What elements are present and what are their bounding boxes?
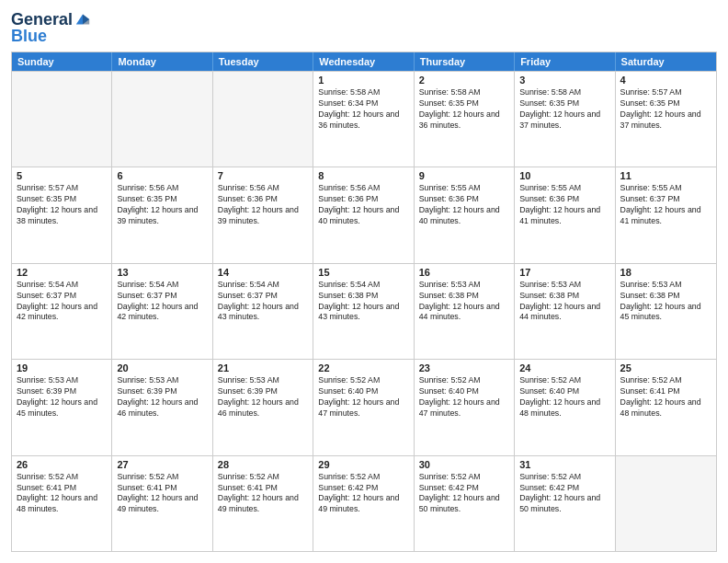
calendar-cell: 15Sunrise: 5:54 AMSunset: 6:38 PMDayligh… <box>313 264 414 359</box>
day-info: Sunrise: 5:53 AMSunset: 6:38 PMDaylight:… <box>419 280 509 324</box>
calendar-cell <box>112 72 212 167</box>
day-number: 21 <box>218 362 308 373</box>
calendar-cell: 23Sunrise: 5:52 AMSunset: 6:40 PMDayligh… <box>415 360 515 454</box>
day-number: 23 <box>419 362 509 373</box>
logo-blue: Blue <box>11 28 47 44</box>
day-info: Sunrise: 5:54 AMSunset: 6:37 PMDaylight:… <box>117 280 207 324</box>
page: General Blue SundayMondayTuesdayWednesda… <box>0 0 728 563</box>
day-number: 10 <box>519 170 609 181</box>
calendar-cell: 21Sunrise: 5:53 AMSunset: 6:39 PMDayligh… <box>213 360 313 454</box>
day-number: 16 <box>419 267 509 278</box>
day-info: Sunrise: 5:53 AMSunset: 6:38 PMDaylight:… <box>620 280 711 324</box>
calendar-row-1: 1Sunrise: 5:58 AMSunset: 6:34 PMDaylight… <box>12 71 716 167</box>
day-number: 14 <box>218 267 308 278</box>
calendar-cell: 3Sunrise: 5:58 AMSunset: 6:35 PMDaylight… <box>515 72 615 167</box>
calendar-cell: 9Sunrise: 5:55 AMSunset: 6:36 PMDaylight… <box>415 167 515 262</box>
day-info: Sunrise: 5:52 AMSunset: 6:40 PMDaylight:… <box>419 375 509 419</box>
calendar-cell: 5Sunrise: 5:57 AMSunset: 6:35 PMDaylight… <box>12 167 112 262</box>
day-info: Sunrise: 5:56 AMSunset: 6:36 PMDaylight:… <box>318 183 408 227</box>
day-info: Sunrise: 5:53 AMSunset: 6:39 PMDaylight:… <box>17 375 107 419</box>
calendar-cell <box>616 456 716 551</box>
header-day-thursday: Thursday <box>415 52 515 71</box>
day-info: Sunrise: 5:55 AMSunset: 6:37 PMDaylight:… <box>620 183 711 227</box>
day-number: 9 <box>419 170 509 181</box>
day-info: Sunrise: 5:58 AMSunset: 6:35 PMDaylight:… <box>519 87 609 132</box>
day-info: Sunrise: 5:53 AMSunset: 6:39 PMDaylight:… <box>117 375 207 419</box>
day-info: Sunrise: 5:52 AMSunset: 6:41 PMDaylight:… <box>620 375 711 419</box>
day-info: Sunrise: 5:57 AMSunset: 6:35 PMDaylight:… <box>620 87 711 132</box>
day-number: 25 <box>620 362 711 373</box>
day-info: Sunrise: 5:55 AMSunset: 6:36 PMDaylight:… <box>519 183 609 227</box>
day-number: 3 <box>519 75 609 86</box>
header-day-monday: Monday <box>112 52 212 71</box>
day-number: 18 <box>620 267 711 278</box>
calendar-cell: 8Sunrise: 5:56 AMSunset: 6:36 PMDaylight… <box>313 167 414 262</box>
header-day-sunday: Sunday <box>12 52 112 71</box>
day-number: 19 <box>17 362 107 373</box>
logo: General Blue <box>11 11 91 44</box>
day-number: 29 <box>318 459 408 470</box>
header-day-tuesday: Tuesday <box>213 52 313 71</box>
day-number: 4 <box>620 75 711 86</box>
day-info: Sunrise: 5:52 AMSunset: 6:40 PMDaylight:… <box>318 375 408 419</box>
day-info: Sunrise: 5:52 AMSunset: 6:40 PMDaylight:… <box>519 375 609 419</box>
calendar-cell: 30Sunrise: 5:52 AMSunset: 6:42 PMDayligh… <box>415 456 515 551</box>
day-number: 31 <box>519 459 609 470</box>
day-number: 24 <box>519 362 609 373</box>
day-info: Sunrise: 5:52 AMSunset: 6:41 PMDaylight:… <box>117 472 207 516</box>
header: General Blue <box>11 11 717 44</box>
day-number: 11 <box>620 170 711 181</box>
calendar-cell: 22Sunrise: 5:52 AMSunset: 6:40 PMDayligh… <box>313 360 414 454</box>
logo-text: General <box>11 11 73 28</box>
day-number: 12 <box>17 267 107 278</box>
day-number: 27 <box>117 459 207 470</box>
header-day-friday: Friday <box>515 52 615 71</box>
day-info: Sunrise: 5:54 AMSunset: 6:38 PMDaylight:… <box>318 280 408 324</box>
header-day-wednesday: Wednesday <box>313 52 414 71</box>
day-number: 30 <box>419 459 509 470</box>
day-info: Sunrise: 5:55 AMSunset: 6:36 PMDaylight:… <box>419 183 509 227</box>
day-info: Sunrise: 5:52 AMSunset: 6:41 PMDaylight:… <box>17 472 107 516</box>
svg-marker-1 <box>83 15 89 25</box>
calendar-cell <box>12 72 112 167</box>
calendar-cell: 14Sunrise: 5:54 AMSunset: 6:37 PMDayligh… <box>213 264 313 359</box>
calendar-cell: 4Sunrise: 5:57 AMSunset: 6:35 PMDaylight… <box>616 72 716 167</box>
calendar-cell: 31Sunrise: 5:52 AMSunset: 6:42 PMDayligh… <box>515 456 615 551</box>
day-number: 15 <box>318 267 408 278</box>
calendar-header: SundayMondayTuesdayWednesdayThursdayFrid… <box>12 52 716 71</box>
day-info: Sunrise: 5:54 AMSunset: 6:37 PMDaylight:… <box>218 280 308 324</box>
day-info: Sunrise: 5:54 AMSunset: 6:37 PMDaylight:… <box>17 280 107 324</box>
calendar-cell: 13Sunrise: 5:54 AMSunset: 6:37 PMDayligh… <box>112 264 212 359</box>
calendar-cell: 26Sunrise: 5:52 AMSunset: 6:41 PMDayligh… <box>12 456 112 551</box>
day-number: 26 <box>17 459 107 470</box>
day-info: Sunrise: 5:56 AMSunset: 6:35 PMDaylight:… <box>117 183 207 227</box>
calendar-cell <box>213 72 313 167</box>
day-info: Sunrise: 5:52 AMSunset: 6:42 PMDaylight:… <box>519 472 609 516</box>
day-number: 22 <box>318 362 408 373</box>
calendar-cell: 18Sunrise: 5:53 AMSunset: 6:38 PMDayligh… <box>616 264 716 359</box>
day-number: 13 <box>117 267 207 278</box>
day-info: Sunrise: 5:52 AMSunset: 6:42 PMDaylight:… <box>318 472 408 516</box>
day-number: 28 <box>218 459 308 470</box>
calendar-cell: 24Sunrise: 5:52 AMSunset: 6:40 PMDayligh… <box>515 360 615 454</box>
day-info: Sunrise: 5:53 AMSunset: 6:38 PMDaylight:… <box>519 280 609 324</box>
day-info: Sunrise: 5:57 AMSunset: 6:35 PMDaylight:… <box>17 183 107 227</box>
calendar-cell: 17Sunrise: 5:53 AMSunset: 6:38 PMDayligh… <box>515 264 615 359</box>
calendar-cell: 7Sunrise: 5:56 AMSunset: 6:36 PMDaylight… <box>213 167 313 262</box>
calendar-cell: 29Sunrise: 5:52 AMSunset: 6:42 PMDayligh… <box>313 456 414 551</box>
calendar-cell: 2Sunrise: 5:58 AMSunset: 6:35 PMDaylight… <box>415 72 515 167</box>
day-info: Sunrise: 5:52 AMSunset: 6:41 PMDaylight:… <box>218 472 308 516</box>
day-number: 2 <box>419 75 509 86</box>
calendar-cell: 27Sunrise: 5:52 AMSunset: 6:41 PMDayligh… <box>112 456 212 551</box>
calendar-cell: 16Sunrise: 5:53 AMSunset: 6:38 PMDayligh… <box>415 264 515 359</box>
day-number: 5 <box>17 170 107 181</box>
day-info: Sunrise: 5:58 AMSunset: 6:35 PMDaylight:… <box>419 87 509 132</box>
calendar-cell: 10Sunrise: 5:55 AMSunset: 6:36 PMDayligh… <box>515 167 615 262</box>
calendar-cell: 19Sunrise: 5:53 AMSunset: 6:39 PMDayligh… <box>12 360 112 454</box>
day-number: 8 <box>318 170 408 181</box>
calendar-cell: 6Sunrise: 5:56 AMSunset: 6:35 PMDaylight… <box>112 167 212 262</box>
day-info: Sunrise: 5:56 AMSunset: 6:36 PMDaylight:… <box>218 183 308 227</box>
calendar-cell: 25Sunrise: 5:52 AMSunset: 6:41 PMDayligh… <box>616 360 716 454</box>
calendar-cell: 28Sunrise: 5:52 AMSunset: 6:41 PMDayligh… <box>213 456 313 551</box>
calendar-row-4: 19Sunrise: 5:53 AMSunset: 6:39 PMDayligh… <box>12 359 716 454</box>
